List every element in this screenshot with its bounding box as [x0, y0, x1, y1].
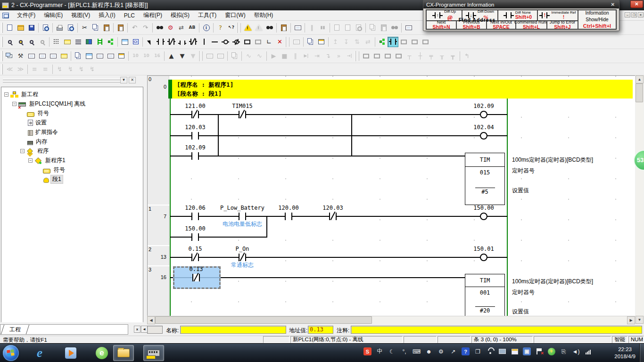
tray-wifi-icon[interactable] [486, 347, 494, 355]
contact-nc[interactable]: 121.00 [191, 111, 199, 118]
workspace-header[interactable]: ▼ ✕ [0, 75, 144, 87]
new-coil-button[interactable] [220, 37, 231, 47]
workspace-dropdown-button[interactable]: ▼ [120, 77, 127, 83]
a-to-b-button[interactable]: AB [187, 23, 198, 33]
monitor-ci-button[interactable] [130, 37, 141, 47]
tree-item-内存-5[interactable]: 内存 [20, 137, 49, 146]
scroll-left-button[interactable]: ◀ [147, 316, 155, 324]
mdi-minimize-button[interactable]: – [625, 12, 630, 17]
rung-gutter-0[interactable]: 0 0 [148, 76, 169, 205]
output-coil[interactable]: 102.04 [480, 132, 487, 140]
contact-nc[interactable]: TIM015 [239, 111, 246, 118]
show-desktop-button[interactable] [639, 344, 644, 362]
menu-item-5[interactable]: PLC [120, 11, 139, 20]
popup-close-button[interactable]: ✕ [610, 2, 616, 7]
taskbar-360-browser[interactable]: e [91, 345, 112, 361]
tree-item-段1-9[interactable]: 段1 [36, 175, 63, 184]
address-reference-button[interactable] [94, 51, 105, 61]
tree-expander[interactable]: − [20, 149, 25, 153]
new-contact-button[interactable] [155, 37, 166, 47]
cascade-windows-button[interactable] [4, 51, 15, 61]
print-preview-button[interactable] [65, 23, 76, 33]
taskbar-media-player[interactable] [60, 345, 81, 361]
tree-item-新PLC1[CQM1H] 离线-1[interactable]: −新PLC1[CQM1H] 离线 [12, 99, 87, 108]
tray-window-icon[interactable]: ❐ [474, 347, 482, 355]
cross-ref-report-button[interactable] [73, 51, 83, 61]
menu-item-6[interactable]: 编程(P) [139, 10, 166, 20]
new-or-closed-contact-button[interactable] [188, 37, 198, 47]
tree-item-程序-6[interactable]: −程序 [20, 147, 50, 156]
workspace-close-button[interactable]: ✕ [129, 77, 136, 83]
tree-item-符号-8[interactable]: 符号 [36, 165, 66, 174]
contact-no[interactable]: 120.00 [285, 213, 292, 220]
tray-flag-icon[interactable] [535, 347, 543, 355]
output-coil[interactable]: 102.09 [480, 111, 487, 118]
help-contents-button[interactable]: ? [215, 23, 226, 33]
scroll-up-button[interactable]: ▲ [636, 75, 644, 83]
menu-item-3[interactable]: 视图(V) [67, 10, 94, 20]
contact-no[interactable]: P_Low_Battery [239, 213, 246, 220]
new-vertical-button[interactable] [198, 37, 209, 47]
menu-item-10[interactable]: 帮助(H) [250, 10, 278, 20]
new-file-button[interactable] [4, 23, 15, 33]
paste-button[interactable] [101, 23, 112, 33]
cx-programmer-information-popup[interactable]: CX-Programmer Information ✕ ↑Diff-Up@↓Di… [423, 0, 619, 31]
timer-instruction-box[interactable]: TIM 001 #20 [465, 274, 505, 316]
menu-item-7[interactable]: 模拟(S) [166, 10, 194, 20]
new-or-contact-button[interactable] [177, 37, 188, 47]
change-all-button[interactable]: ⇄ [176, 23, 187, 33]
tray-export-icon[interactable]: ↗ [449, 347, 457, 355]
tray-app-blue-icon[interactable]: ▣ [523, 347, 531, 355]
tab-project[interactable]: 工程 [1, 325, 29, 334]
operand-close-button[interactable]: x [134, 326, 140, 333]
paste-special-button[interactable] [115, 23, 126, 33]
watch-sheet-button[interactable] [316, 37, 327, 47]
compile-check-button[interactable] [40, 23, 51, 33]
online-edit-button[interactable] [278, 23, 289, 33]
tray-wrench-icon[interactable]: ⚙ [437, 347, 445, 355]
tree-item-新工程-0[interactable]: −新工程 [4, 90, 40, 99]
context-help-button[interactable]: ↖? [226, 23, 237, 33]
taskbar-cx-programmer[interactable] [143, 345, 164, 361]
contact-no[interactable]: 102.09 [191, 152, 199, 160]
output-window-button[interactable] [26, 51, 37, 61]
watch-win-button[interactable] [37, 51, 48, 61]
tray-signal-icon[interactable] [584, 347, 592, 355]
mdi-close-button[interactable]: ✕ [638, 12, 644, 17]
device-window-button[interactable] [403, 23, 414, 33]
contact-no[interactable]: 120.03 [191, 132, 199, 140]
show-symbol-bar-button[interactable] [119, 37, 130, 47]
ladder-editor[interactable]: 0 0 1 7 2 13 3 16 [程序名 : 新程序1] [段名称 [147, 75, 635, 316]
cross-reference-button[interactable] [48, 51, 58, 61]
timer-instruction-box[interactable]: TIM 015 #5 [465, 153, 505, 205]
output-coil[interactable]: 150.00 [480, 213, 487, 220]
delete-button[interactable]: ✕ [274, 37, 285, 47]
io-comment-button[interactable] [105, 51, 116, 61]
zoom-custom-button[interactable] [15, 37, 26, 47]
data-trace-button[interactable] [116, 51, 127, 61]
tree-expander[interactable]: − [4, 92, 8, 97]
tray-clipboard-icon[interactable]: ⎘ [560, 347, 568, 355]
tray-keyboard-icon[interactable]: ⌨ [413, 347, 421, 355]
tray-help-icon[interactable]: ? [462, 347, 470, 355]
tree-item-符号-2[interactable]: 符号 [20, 109, 50, 118]
tree-item-新程序1-7[interactable]: −新程序1 [28, 156, 67, 165]
print-button[interactable] [54, 23, 65, 33]
horizontal-scrollbar[interactable]: ◀ ▶ [147, 316, 635, 324]
rung-gutter-1[interactable]: 1 7 [148, 206, 169, 245]
menu-item-8[interactable]: 工具(T) [194, 10, 221, 20]
scroll-right-button[interactable]: ▶ [627, 316, 635, 324]
ladder-view-button[interactable] [94, 37, 105, 47]
go-to-output-button[interactable]: ▼ [177, 51, 188, 61]
open-file-button[interactable] [15, 23, 26, 33]
ladder-canvas[interactable]: 0 0 1 7 2 13 3 16 [程序名 : 新程序1] [段名称 [148, 76, 635, 316]
menu-item-4[interactable]: 插入(I) [94, 10, 119, 20]
contact-nc[interactable]: 120.03 [329, 213, 337, 220]
popup-title-bar[interactable]: CX-Programmer Information ✕ [423, 0, 619, 8]
tree-expander[interactable]: − [28, 158, 33, 163]
new-closed-contact-button[interactable] [166, 37, 177, 47]
tray-calendar-icon[interactable] [511, 347, 519, 355]
symbol-browser-button[interactable] [377, 37, 388, 47]
taskbar-internet-explorer[interactable]: e [29, 345, 50, 361]
scroll-down-button[interactable]: ▼ [636, 316, 644, 324]
